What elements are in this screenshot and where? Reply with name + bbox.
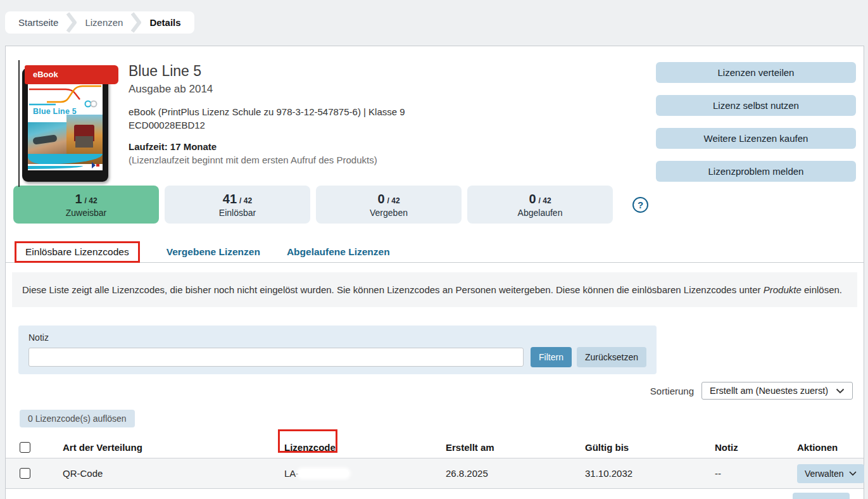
chevron-down-icon	[849, 471, 857, 476]
klett-logo	[91, 161, 100, 169]
row-valid-until-date: 31.10.2032	[585, 468, 715, 479]
info-text-part1: Diese Liste zeigt alle Lizenzcodes, die …	[22, 284, 764, 295]
use-license-self-button[interactable]: Lizenz selbst nutzen	[656, 95, 856, 116]
stat-value: 1	[75, 192, 82, 206]
table-row: QR-Code LA- 26.8.2025 31.10.2032 -- Verw…	[6, 458, 864, 489]
stat-value: 0	[529, 192, 536, 206]
breadcrumb-item-lizenzen[interactable]: Lizenzen	[73, 17, 135, 28]
stat-value: 0	[377, 192, 384, 206]
stat-total: / 42	[85, 196, 97, 205]
verwalten-button-partial[interactable]	[793, 493, 850, 499]
notiz-filter-input[interactable]	[28, 348, 524, 367]
license-tabs: Einlösbare Lizenzcodes Vergebene Lizenze…	[6, 241, 864, 263]
header-notiz: Notiz	[715, 442, 797, 453]
header-gueltig-bis: Gültig bis	[585, 442, 715, 453]
breadcrumb-item-details: Details	[137, 17, 192, 28]
stat-label: Einlösbar	[219, 208, 256, 218]
filter-panel: Notiz Filtern Zurücksetzen	[18, 325, 657, 374]
stat-card-zuweisbar: 1 / 42 Zuweisbar	[13, 186, 159, 224]
row-distribution-type: QR-Code	[63, 468, 284, 479]
tab-info-text: Diese Liste zeigt alle Lizenzcodes, die …	[12, 272, 857, 307]
tab-vergebene-lizenzen[interactable]: Vergebene Lizenzen	[167, 246, 260, 258]
stat-label: Zuweisbar	[66, 208, 107, 218]
sorting-row: Sortierung Erstellt am (Neuestes zuerst)	[6, 382, 853, 400]
cover-decoration-lines	[28, 83, 103, 108]
breadcrumb: Startseite Lizenzen Details	[5, 11, 194, 34]
header-art-der-verteilung: Art der Verteilung	[63, 442, 284, 453]
row-checkbox[interactable]	[20, 468, 30, 479]
stat-value: 41	[223, 192, 237, 206]
license-actions-column: Lizenzen verteilen Lizenz selbst nutzen …	[656, 62, 856, 194]
header-erstellt-am: Erstellt am	[446, 442, 585, 453]
tab-einloesbare-lizenzcodes[interactable]: Einlösbare Lizenzcodes	[15, 241, 140, 263]
header-lizenzcode: Lizenzcode	[284, 442, 446, 453]
stat-card-vergeben: 0 / 42 Vergeben	[316, 186, 462, 224]
stat-label: Abgelaufen	[518, 208, 563, 218]
notiz-filter-label: Notiz	[28, 332, 646, 343]
cover-wave-band-2	[28, 166, 83, 169]
breadcrumb-item-startseite[interactable]: Startseite	[6, 17, 70, 28]
header-aktionen: Aktionen	[797, 442, 864, 453]
stat-total: / 42	[539, 196, 551, 205]
row-created-date: 26.8.2025	[446, 468, 585, 479]
row-license-code: LA-	[284, 468, 446, 479]
cover-screen: Blue Line 5	[28, 83, 103, 170]
distribute-licenses-button[interactable]: Lizenzen verteilen	[656, 62, 856, 83]
tab-abgelaufene-lizenzen[interactable]: Abgelaufene Lizenzen	[287, 246, 390, 258]
sorting-label: Sortierung	[650, 386, 694, 396]
dissolve-licensecodes-button[interactable]: 0 Lizenzcode(s) auflösen	[20, 410, 135, 427]
buy-more-licenses-button[interactable]: Weitere Lizenzen kaufen	[656, 128, 856, 149]
details-panel: eBook Blue Line 5 Blue	[5, 46, 864, 499]
info-text-part2: einlösen.	[802, 284, 842, 295]
help-icon[interactable]: ?	[632, 197, 648, 213]
stat-card-abgelaufen: 0 / 42 Abgelaufen	[467, 186, 613, 224]
chevron-down-icon	[836, 388, 845, 394]
select-all-checkbox[interactable]	[20, 442, 30, 453]
filter-button[interactable]: Filtern	[531, 347, 572, 367]
report-license-problem-button[interactable]: Lizenzproblem melden	[656, 161, 856, 182]
verwalten-button[interactable]: Verwalten	[797, 464, 864, 483]
stat-total: / 42	[239, 196, 252, 205]
sorting-selected-option: Erstellt am (Neuestes zuerst)	[710, 386, 828, 396]
stat-card-einloesbar: 41 / 42 Einlösbar	[165, 186, 310, 224]
info-text-produkte: Produkte	[764, 284, 802, 295]
stat-label: Vergeben	[370, 208, 408, 218]
cover-edge-line	[18, 60, 20, 187]
sorting-select[interactable]: Erstellt am (Neuestes zuerst)	[701, 382, 853, 400]
product-header: eBook Blue Line 5 Blue	[6, 46, 864, 186]
table-header-row: Art der Verteilung Lizenzcode Erstellt a…	[6, 436, 864, 458]
row-note: --	[715, 468, 797, 479]
product-cover-image: eBook Blue Line 5	[15, 60, 120, 188]
ebook-badge: eBook	[25, 65, 118, 84]
license-codes-table: Art der Verteilung Lizenzcode Erstellt a…	[6, 436, 864, 499]
stat-total: / 42	[387, 196, 400, 205]
redacted-code-area	[298, 469, 349, 477]
reset-filter-button[interactable]: Zurücksetzen	[577, 347, 646, 367]
next-row-partial	[6, 489, 864, 499]
